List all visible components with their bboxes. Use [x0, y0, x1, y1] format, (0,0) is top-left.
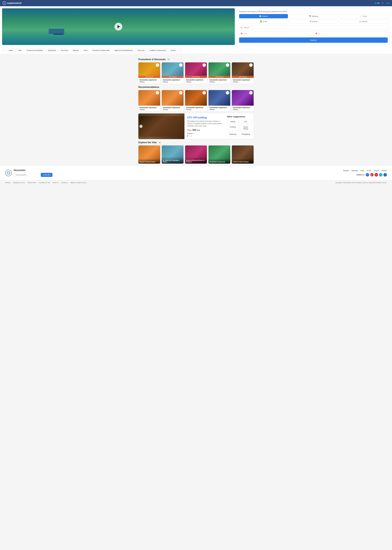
footer-newsletter: Newsletter Subscribe Explore Booking Foo…	[0, 166, 392, 180]
cat-tab-kids[interactable]: Kids zone	[136, 49, 147, 52]
favorite-button-1[interactable]: ♡	[156, 63, 159, 67]
cat-prev-arrow[interactable]: ‹	[2, 49, 6, 52]
newsletter-left: Newsletter Subscribe	[5, 169, 52, 177]
footer-privacy[interactable]: Privacy notice	[27, 182, 36, 183]
cart-icon[interactable]: 🛒	[382, 2, 384, 4]
tab-todo[interactable]: ✅ To-Do	[239, 19, 288, 24]
newsletter-subscribe-button[interactable]: Subscribe	[41, 173, 52, 177]
rec-card-body-5: Konstantins Apartment 43€/day	[232, 106, 254, 111]
favorite-button-2[interactable]: ♡	[179, 63, 182, 67]
promo-card-img-1: ♡ -20% discount	[138, 62, 160, 78]
rec-card-2: ♡ Konstantins Apartment 43€/day	[162, 90, 183, 111]
rec-favorite-4[interactable]: ♡	[226, 91, 229, 94]
rec-card-price-1: 43€/day	[140, 109, 159, 110]
logo[interactable]: ≋ exploreohrid	[3, 1, 21, 5]
footer-conditions[interactable]: Conditions of Use	[39, 182, 50, 183]
suggestion-exploring[interactable]: Exploring	[227, 132, 239, 136]
footer-nav-explore[interactable]: Explore	[343, 170, 349, 172]
from-date-input[interactable]: 📅 From	[239, 31, 313, 36]
suggestion-paragliding[interactable]: Paragliding	[240, 132, 252, 136]
tab-events[interactable]: 🎵 Events	[289, 19, 338, 24]
vibe-label-2: St. John the Theologian- Kaneo	[162, 157, 183, 164]
cat-tab-private[interactable]: Private Accommodation	[25, 49, 45, 52]
footer-sitemap[interactable]: Sitemap	[5, 182, 10, 183]
cat-tab-nightlife[interactable]: Night Life & Entertainment	[112, 49, 135, 52]
rec-card-price-3: 43€/day	[186, 109, 206, 110]
promo-card-4: ♡ -20% discount Konstantins Apartment 43…	[209, 62, 230, 84]
footer-nav-food[interactable]: Food	[360, 170, 364, 172]
atv-prev-arrow[interactable]: ‹	[140, 125, 142, 128]
search-input[interactable]	[239, 25, 388, 30]
vibe-card-4[interactable]: Konstantins Apartment	[209, 145, 230, 164]
suggestion-scuba[interactable]: Scuba Diving	[240, 125, 252, 131]
footer-nav: Explore Booking Food To-Do Events Storie…	[343, 170, 387, 172]
linkedin-icon[interactable]: in	[384, 173, 387, 176]
cat-tab-villas[interactable]: Villas	[16, 49, 24, 52]
tab-booking[interactable]: 📅 Booking	[289, 14, 338, 18]
instagram-icon[interactable]: ◎	[370, 173, 374, 176]
rec-favorite-1[interactable]: ♡	[156, 91, 159, 94]
promo-card-price-1: 43€/day	[140, 81, 159, 83]
favorite-button-3[interactable]: ♡	[203, 63, 206, 67]
vibe-card-3[interactable]: National Museum House of Robevci	[185, 145, 207, 164]
atv-dot-1[interactable]	[187, 135, 188, 137]
footer-shipping[interactable]: Shipping & returns	[13, 182, 25, 183]
footer-nav-booking[interactable]: Booking	[351, 170, 357, 172]
promotions-header: Promotions & Discounts 54	[138, 58, 254, 61]
vibe-card-5[interactable]: Church of Saint Sophia	[232, 145, 254, 164]
cat-tab-apartments[interactable]: Apartments	[46, 49, 58, 52]
suggestion-hiking[interactable]: Hiking	[227, 119, 239, 124]
rec-card-body-4: Konstantins Apartment 43€/day	[209, 106, 230, 111]
cat-tab-wineries[interactable]: Wineries	[71, 49, 81, 52]
favorite-button-4[interactable]: ♡	[226, 63, 229, 67]
cat-tab-tradition[interactable]: Tradition & Gastronomy	[147, 49, 168, 52]
suggestion-atv[interactable]: ATV	[240, 119, 252, 124]
rec-favorite-5[interactable]: ♡	[249, 91, 252, 94]
footer-contact[interactable]: Contact us	[61, 182, 68, 183]
rec-card-name-2: Konstantins Apartment	[163, 107, 182, 109]
to-date-input[interactable]: 📅 To	[314, 31, 388, 36]
footer-about[interactable]: About us	[53, 182, 58, 183]
suggestion-rowing[interactable]: Rowing	[227, 125, 239, 131]
newsletter-logo	[5, 170, 12, 176]
twitter-icon[interactable]: 𝕏	[379, 173, 382, 176]
language-selector[interactable]: 🌐 MK	[375, 2, 380, 4]
youtube-icon[interactable]: ▶	[375, 173, 378, 176]
tab-explore[interactable]: 🧭 Explore	[239, 14, 288, 18]
rec-favorite-3[interactable]: ♡	[203, 91, 206, 94]
cat-next-arrow[interactable]: ›	[178, 49, 182, 52]
tab-stories[interactable]: 📖 Stories	[339, 19, 388, 24]
promo-card-body-2: Konstantins Apartment 43€/day	[162, 78, 183, 84]
atv-dot-2[interactable]	[189, 135, 190, 137]
calendar-icon: 📅	[309, 15, 311, 17]
vibe-label-4: Konstantins Apartment	[209, 159, 230, 164]
promo-card-price-3: 43€/day	[186, 81, 206, 83]
cat-tab-events[interactable]: Events	[169, 49, 177, 52]
hero-panel-title: Experience the beauty of Ohrid during yo…	[239, 11, 388, 13]
footer-nav-stories[interactable]: Stories	[382, 170, 387, 172]
favorite-button-5[interactable]: ♡	[249, 63, 252, 67]
atv-image: ‹	[138, 114, 184, 139]
facebook-icon[interactable]: f	[366, 173, 369, 176]
hero-panel: Experience the beauty of Ohrid during yo…	[237, 8, 390, 45]
cat-tab-hotels[interactable]: Hotels	[7, 49, 15, 52]
rec-card-price-2: 43€/day	[163, 109, 182, 110]
atv-dot-3[interactable]	[191, 135, 192, 137]
cat-tab-attraction[interactable]: Attraction & Historic sites	[90, 49, 112, 52]
footer-nav-todo[interactable]: To-Do	[367, 170, 371, 172]
vibe-card-2[interactable]: St. John the Theologian- Kaneo	[162, 145, 183, 164]
atv-explore-button[interactable]: Explore →	[187, 132, 222, 134]
tab-food[interactable]: 🍴 Food	[339, 14, 388, 18]
vibe-card-1[interactable]: Church of Saint Sophia	[138, 145, 160, 164]
rec-favorite-2[interactable]: ♡	[179, 91, 182, 94]
explore-button[interactable]: Explore	[239, 37, 388, 43]
cat-tab-fastfood[interactable]: Fast Food	[59, 49, 70, 52]
rec-card-price-5: 43€/day	[233, 109, 252, 110]
rec-card-img-5: ♡	[232, 90, 254, 106]
cat-tab-pubs[interactable]: Pubs	[82, 49, 89, 52]
play-button[interactable]	[114, 23, 122, 30]
newsletter-email-input[interactable]	[14, 173, 40, 177]
footer-vendor[interactable]: Apply for vendor account	[70, 182, 86, 183]
user-icon[interactable]: 👤 ▾	[386, 2, 389, 4]
footer-nav-events[interactable]: Events	[374, 170, 379, 172]
